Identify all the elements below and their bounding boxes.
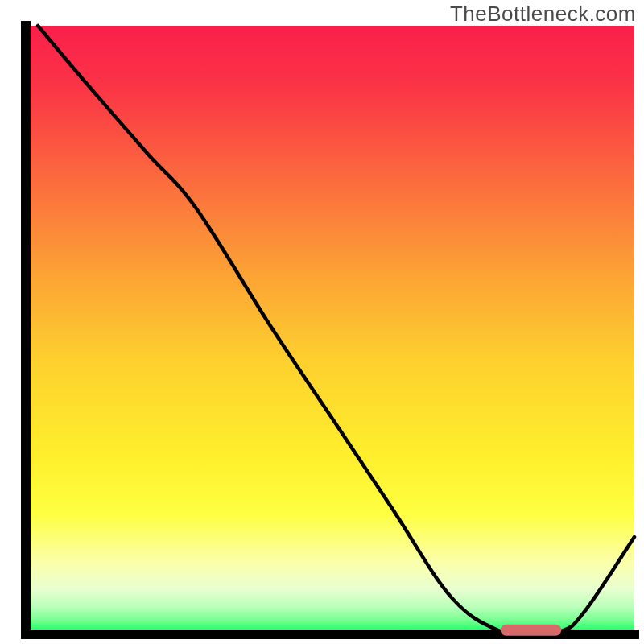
chart-container: TheBottleneck.com: [0, 0, 644, 644]
bottleneck-chart: [0, 0, 644, 644]
watermark-text: TheBottleneck.com: [450, 2, 636, 27]
optimal-marker: [501, 625, 562, 636]
